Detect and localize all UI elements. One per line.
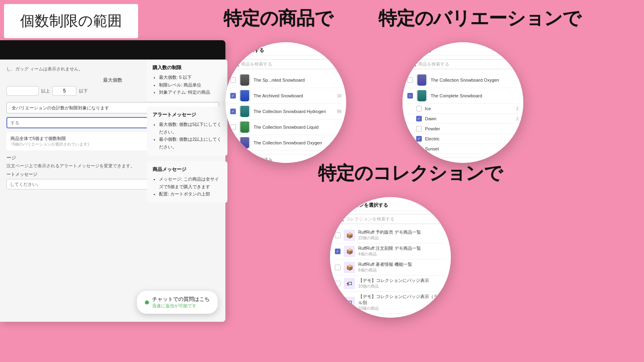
list-item[interactable]: The Collection Snowboard Hydrogen 99: [230, 104, 341, 119]
collection-selection-circle: コレクションを選択する 🔍 コレクションを検索する 📦 RuffRuff 予約販…: [330, 197, 451, 318]
variation-checkbox-sunset[interactable]: [416, 146, 422, 152]
variation-checkbox-ice[interactable]: [416, 106, 422, 111]
variation-row-ice[interactable]: Ice 2: [407, 104, 518, 114]
product-name-0: The Sp...nited Snowboard: [254, 78, 341, 82]
collection-sub-1: 4個の商品: [358, 251, 421, 257]
collection-info-4: 【デモ】コレクションにバッジ表示（ラベル別 10個の商品: [358, 294, 446, 311]
collection-selection-count: が選択済み: [335, 317, 446, 318]
collection-info-3: 【デモ】コレクションにバッジ表示 10個の商品: [358, 278, 429, 289]
collection-sub-4: 10個の商品: [358, 306, 446, 311]
variation-name-powder: Powder: [425, 126, 518, 131]
min-count-input[interactable]: [6, 86, 39, 96]
variation-row-sunset[interactable]: Sunset: [407, 144, 518, 154]
collection-name-3: 【デモ】コレクションにバッジ表示: [358, 278, 429, 284]
variation-inner-panel: を選択する 🔍 商品を検索する The Collection Snowboard…: [402, 42, 523, 163]
variation-checkbox-electric[interactable]: [416, 136, 422, 142]
variation-name-dawn: Dawn: [425, 116, 513, 121]
alert-message-title: アラートメッセージ: [153, 111, 222, 118]
variation-product-checkbox-2[interactable]: [407, 93, 413, 99]
variation-product-thumb-2: [416, 90, 427, 101]
purchase-limit-box: 購入数の制限 最大個数: 5 以下 制限レベル: 商品単位 対象アイテム: 特定…: [147, 60, 227, 101]
chat-widget[interactable]: チャットでの質問はこち 迅速に返信が可能です: [137, 291, 218, 314]
snowboard-icon-2: [240, 106, 249, 117]
collection-info-0: RuffRuff 予約販売 デモ商品一覧 22個の商品: [358, 229, 421, 241]
list-item[interactable]: The Collection Snowboard Liquid: [230, 119, 341, 135]
variation-product-thumb-1: [416, 74, 427, 86]
collection-inner-panel: コレクションを選択する 🔍 コレクションを検索する 📦 RuffRuff 予約販…: [330, 197, 451, 318]
snowboard-icon-4: [240, 137, 249, 148]
max-label: 以下: [79, 88, 88, 94]
variation-row-dawn[interactable]: Dawn 2: [407, 114, 518, 124]
title-box: 個数制限の範囲: [4, 4, 138, 38]
product-message-box: 商品メッセージ メッセージ: この商品は全サイズで5個まで購入できます 配置: …: [147, 161, 227, 203]
collection-name-2: RuffRuff 著者情報 機能一覧: [358, 261, 412, 267]
variation-search-row[interactable]: 🔍 商品を検索する: [407, 59, 518, 69]
product-message-item-2: 配置: カートボタンの上部: [159, 190, 222, 198]
variation-product-name-1: The Collection Snowboard Oxygen: [431, 78, 518, 82]
product-thumb-2: [239, 106, 250, 117]
applied-rule-text: 商品全体で5個まで個数制限 ~5個のバリエーションが選択されています): [10, 136, 89, 147]
list-item[interactable]: The Archived Snowboard 10: [230, 88, 341, 104]
product-search-row[interactable]: 🔍 商品を検索する: [230, 59, 341, 69]
collection-section-heading: 特定のコレクションで: [318, 161, 502, 186]
variation-section-heading: 特定のバリエーションで: [378, 6, 581, 31]
collection-checkbox-0[interactable]: [335, 232, 341, 238]
collection-checkbox-1[interactable]: [335, 249, 341, 254]
product-section-heading: 特定の商品で: [223, 6, 333, 31]
product-panel-title: 商品を選択する: [230, 47, 341, 56]
collection-panel-title: コレクションを選択する: [335, 202, 446, 211]
variation-snowboard-icon-2: [417, 90, 426, 101]
list-item[interactable]: 📦 RuffRuff 著者情報 機能一覧 6個の商品: [335, 259, 446, 276]
product-checkbox-2[interactable]: [230, 109, 236, 114]
collection-search-row[interactable]: 🔍 コレクションを検索する: [335, 214, 446, 224]
chat-status: 迅速に返信が可能です: [152, 303, 210, 309]
variation-product-row-2[interactable]: The Complete Snowboard: [407, 88, 518, 104]
collection-checkbox-3[interactable]: [335, 281, 341, 286]
collection-search-placeholder: コレクションを検索する: [346, 216, 394, 222]
list-item[interactable]: 📦 RuffRuff 注文刻限 デモ商品一覧 4個の商品: [335, 243, 446, 259]
collection-sub-3: 10個の商品: [358, 284, 429, 289]
product-checkbox-0[interactable]: [230, 77, 236, 83]
purchase-limit-item-1: 最大個数: 5 以下: [159, 74, 222, 81]
chat-status-dot: [145, 300, 149, 304]
product-checkbox-4[interactable]: [230, 140, 236, 146]
product-name-1: The Archived Snowboard: [254, 93, 334, 98]
variation-count-ice: 2: [516, 107, 518, 111]
collection-checkbox-4[interactable]: [335, 300, 341, 305]
variation-product-row-1[interactable]: The Collection Snowboard Oxygen: [407, 72, 518, 88]
max-count-input[interactable]: [52, 86, 76, 96]
collection-icon-1: 📦: [344, 246, 355, 257]
collection-icon-2: 📦: [344, 262, 355, 273]
list-item[interactable]: 📦 RuffRuff 予約販売 デモ商品一覧 22個の商品: [335, 227, 446, 243]
list-item[interactable]: 🏷 【デモ】コレクションにバッジ表示（ラベル別 10個の商品: [335, 292, 446, 314]
list-item[interactable]: The Sp...nited Snowboard: [230, 72, 341, 88]
purchase-limit-title: 購入数の制限: [153, 64, 222, 71]
variation-checkbox-powder[interactable]: [416, 126, 422, 132]
list-item[interactable]: 🏷 【デモ】コレクションにバッジ表示 10個の商品: [335, 276, 446, 292]
variation-row-powder[interactable]: Powder: [407, 124, 518, 134]
snowboard-icon-3: [240, 121, 249, 133]
variation-panel-title: を選択する: [407, 47, 518, 56]
variation-row-electric[interactable]: Electric: [407, 134, 518, 144]
purchase-limit-list: 最大個数: 5 以下 制限レベル: 商品単位 対象アイテム: 特定の商品: [153, 74, 222, 96]
chat-title: チャットでの質問はこち: [152, 296, 210, 303]
product-inner-panel: 商品を選択する 🔍 商品を検索する The Sp...nited Snowboa…: [225, 42, 346, 163]
variation-selection-circle: を選択する 🔍 商品を検索する The Collection Snowboard…: [402, 42, 523, 163]
purchase-limit-item-3: 対象アイテム: 特定の商品: [159, 88, 222, 96]
list-item[interactable]: The Collection Snowboard Oxygen: [230, 135, 341, 151]
product-checkbox-1[interactable]: [230, 93, 236, 99]
collection-checkbox-2[interactable]: [335, 265, 341, 270]
product-thumb-0: [239, 74, 250, 86]
variation-name-electric: Electric: [425, 136, 518, 141]
alert-message-list: 最大個数: 個数は5以下にしてください。 最小個数: 個数は2以上にしてください…: [153, 121, 222, 151]
main-title: 個数制限の範囲: [20, 11, 122, 31]
product-checkbox-3[interactable]: [230, 124, 236, 130]
collection-info-1: RuffRuff 注文刻限 デモ商品一覧 4個の商品: [358, 245, 421, 257]
variation-product-checkbox-1[interactable]: [407, 77, 413, 83]
collection-sub-0: 22個の商品: [358, 235, 421, 241]
alert-message-item-1: 最大個数: 個数は5以下にしてください。: [159, 121, 222, 136]
collection-icon-3: 🏷: [344, 278, 355, 289]
collection-icon-0: 📦: [344, 230, 355, 241]
variation-checkbox-dawn[interactable]: [416, 116, 422, 121]
variation-product-name-2: The Complete Snowboard: [431, 93, 518, 98]
